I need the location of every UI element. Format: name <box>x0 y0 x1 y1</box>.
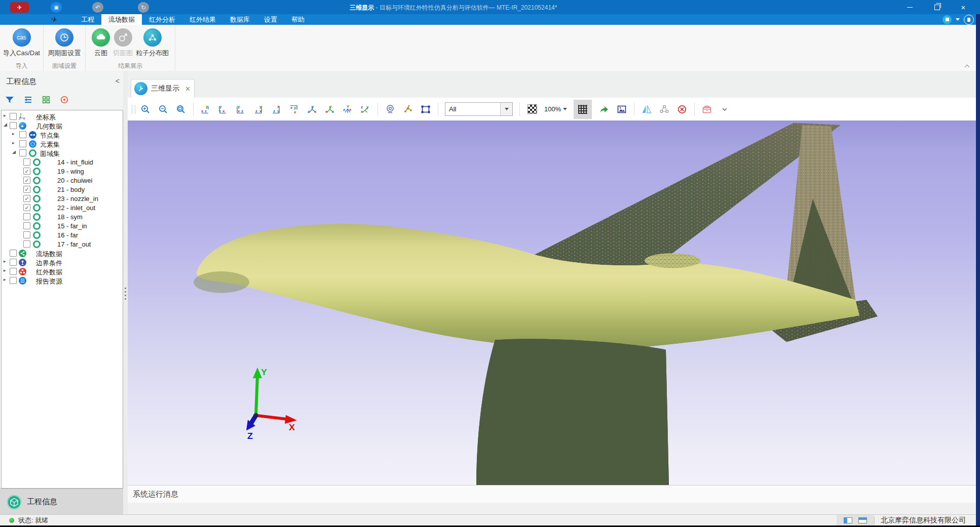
tree-item-int-fluid[interactable]: 14 - int_fluid <box>2 157 123 167</box>
view-front-button[interactable]: xzy <box>200 104 211 115</box>
checkbox[interactable] <box>10 259 17 266</box>
checkbox-checked[interactable]: ✓ <box>23 195 30 202</box>
checkbox[interactable] <box>19 140 26 147</box>
display-filter-combobox[interactable]: All <box>445 102 513 116</box>
layout-left-panel-icon[interactable] <box>844 517 852 523</box>
menu-ir-analysis[interactable]: 红外分析 <box>142 14 182 25</box>
checkbox[interactable] <box>10 268 17 275</box>
filter-icon[interactable] <box>3 94 16 106</box>
tree-item-body[interactable]: ✓ 21 - body <box>2 185 123 194</box>
checkbox[interactable] <box>10 113 17 120</box>
share-network-button[interactable] <box>659 104 670 115</box>
ribbon-collapse-chevron[interactable] <box>965 64 969 68</box>
checkbox[interactable] <box>10 250 17 257</box>
grid-toggle-button-active[interactable] <box>574 100 592 119</box>
expand-arrow-icon[interactable]: ▸ <box>4 113 6 118</box>
contour-button[interactable]: 云图 <box>92 28 110 58</box>
viewport-3d[interactable]: Y X Z <box>128 120 976 485</box>
tree-item-far[interactable]: 16 - far <box>2 230 123 239</box>
panel-collapse-button[interactable]: < <box>116 77 120 85</box>
tree-item-far-out[interactable]: 17 - far_out <box>2 239 123 249</box>
view-iso-1-button[interactable]: zyx <box>307 104 318 115</box>
view-iso-3-button[interactable]: zYx <box>342 104 353 115</box>
tree-item-nodes[interactable]: ▸ 节点集 <box>2 130 123 139</box>
view-iso-4-button[interactable]: zxy <box>360 104 371 115</box>
menu-flow-data[interactable]: 流场数据 <box>101 14 142 25</box>
expand-arrow-icon[interactable]: ▸ <box>4 277 6 282</box>
tree-item-chuiwei[interactable]: ✓ 20 - chuiwei <box>2 176 123 185</box>
checkbox-checked[interactable]: ✓ <box>23 168 30 175</box>
snapshot-image-button[interactable] <box>616 104 627 115</box>
checkbox[interactable] <box>23 158 30 166</box>
checkbox[interactable] <box>23 231 30 238</box>
expand-arrow-icon[interactable]: ▸ <box>12 131 15 136</box>
checkbox-checked[interactable]: ✓ <box>23 204 30 211</box>
collapse-arrow-icon[interactable]: ◢ <box>12 149 16 154</box>
checkbox[interactable] <box>10 122 17 129</box>
theme-button[interactable] <box>964 15 974 25</box>
style-toggle-button[interactable] <box>943 15 952 24</box>
import-cas-button[interactable]: cas 导入Cas/Dat <box>3 28 40 58</box>
export-forward-button[interactable] <box>598 104 610 115</box>
mirror-button[interactable] <box>641 104 652 115</box>
checkbox-checked[interactable]: ✓ <box>23 186 30 193</box>
camera-view-button[interactable] <box>385 104 396 115</box>
select-region-button[interactable] <box>420 104 431 115</box>
tree-item-elements[interactable]: ▸ 元素集 <box>2 139 123 148</box>
tab-3d-display[interactable]: 三维显示 ✕ <box>131 79 195 98</box>
collapse-arrow-icon[interactable]: ◢ <box>4 122 7 127</box>
view-left-button[interactable]: xzy <box>236 104 247 115</box>
particle-button[interactable]: 粒子分布图 <box>136 28 169 58</box>
tree-item-wing[interactable]: ✓ 19 - wing <box>2 167 123 176</box>
tree-item-infrared[interactable]: ▸ 红外数据 <box>2 267 123 276</box>
layout-bottom-panel-icon[interactable] <box>858 517 867 523</box>
tree-item-inlet-out[interactable]: ✓ 22 - inlet_out <box>2 203 123 212</box>
list-view-icon[interactable] <box>21 94 34 106</box>
periodic-surface-button[interactable]: 周期面设置 <box>48 28 81 58</box>
checkbox[interactable] <box>10 277 17 284</box>
tree-item-faces[interactable]: ◢ 面域集 <box>2 148 123 157</box>
zoom-out-button[interactable] <box>158 104 169 115</box>
tree-item-sym[interactable]: 18 - sym <box>2 212 123 221</box>
close-button[interactable]: × <box>952 0 975 14</box>
menu-help[interactable]: 帮助 <box>284 14 312 25</box>
expand-arrow-icon[interactable]: ▸ <box>4 268 6 273</box>
zoom-fit-button[interactable] <box>175 104 186 115</box>
more-options-chevron[interactable] <box>719 104 730 115</box>
expand-arrow-icon[interactable]: ▸ <box>4 259 6 264</box>
dither-pattern-button[interactable] <box>526 104 538 115</box>
tree-item-boundary[interactable]: ▸ 边界条件 <box>2 258 123 267</box>
zoom-level-dropdown[interactable]: 100% <box>544 105 567 113</box>
view-bottom-button[interactable]: zyx <box>289 104 300 115</box>
tree-item-far-in[interactable]: 15 - far_in <box>2 221 123 230</box>
tab-close-icon[interactable]: ✕ <box>185 85 191 93</box>
tree-item-flow-data[interactable]: 流场数据 <box>2 249 123 258</box>
save-button[interactable]: ▣ <box>51 2 62 13</box>
tree-item-geometry[interactable]: ◢ ▲ 几何数据 <box>2 121 123 130</box>
redo-button[interactable]: ↻ <box>138 2 149 13</box>
menu-settings[interactable]: 设置 <box>257 14 284 25</box>
toolbar-drag-handle[interactable] <box>132 105 135 114</box>
chevron-down-icon[interactable] <box>956 18 960 21</box>
panel-splitter[interactable] <box>123 71 128 515</box>
archive-box-button[interactable] <box>701 104 712 115</box>
menu-ir-result[interactable]: 红外结果 <box>182 14 223 25</box>
checkbox[interactable] <box>19 131 26 138</box>
locate-target-icon[interactable] <box>58 94 71 106</box>
undo-button[interactable]: ↶ <box>92 2 103 13</box>
tree-item-coord[interactable]: ▸ YZX 坐标系 <box>2 112 123 121</box>
checkbox[interactable] <box>23 240 30 248</box>
combobox-arrow[interactable] <box>500 103 512 115</box>
app-quick-button[interactable]: ✈ <box>10 2 29 13</box>
zoom-in-button[interactable] <box>140 104 151 115</box>
checkbox-checked[interactable]: ✓ <box>23 177 30 184</box>
molecule-display-button[interactable] <box>402 104 413 115</box>
panel-footer-tab[interactable]: 工程信息 <box>0 489 127 515</box>
checkbox[interactable] <box>23 213 30 220</box>
grid-view-icon[interactable] <box>40 94 53 106</box>
clear-cancel-button[interactable] <box>676 104 688 115</box>
view-iso-2-button[interactable]: xyz <box>324 104 335 115</box>
view-back-button[interactable]: zxy <box>218 104 229 115</box>
menu-database[interactable]: 数据库 <box>223 14 257 25</box>
menu-engineering[interactable]: 工程 <box>74 14 101 25</box>
